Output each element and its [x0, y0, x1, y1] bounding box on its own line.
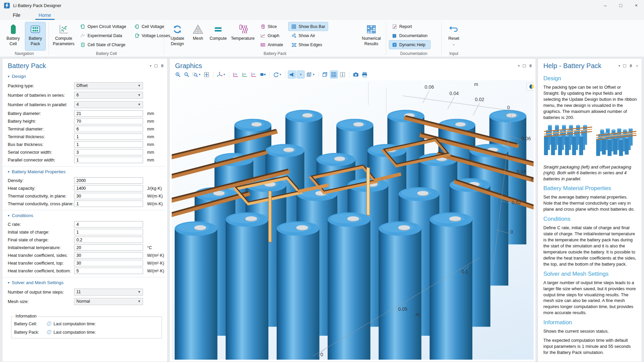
battery-pack-button[interactable]: Battery Pack: [25, 22, 46, 51]
zoom-extents-button[interactable]: [203, 70, 211, 79]
maximize-button[interactable]: □: [613, 0, 629, 11]
number-of-batteries-in-parallel-select[interactable]: 4▼: [74, 101, 143, 108]
menu-file[interactable]: File: [9, 11, 24, 20]
number-of-output-time-steps-select[interactable]: 11▼: [74, 289, 143, 296]
final-state-of-charge-input[interactable]: [74, 237, 143, 243]
thermal-conductivity-cross-plane-input[interactable]: [74, 201, 143, 207]
dynamic-help-button[interactable]: ? Dynamic Help: [389, 40, 431, 49]
mesh-button[interactable]: Mesh: [189, 22, 207, 51]
slice-button[interactable]: Slice: [257, 22, 286, 31]
chevron-down-icon[interactable]: ▾: [618, 64, 620, 68]
wireframe-box-button[interactable]: [321, 70, 329, 79]
thermal-conductivity-in-plane-input[interactable]: [74, 193, 143, 199]
heat-transfer-coefficient-sides-input[interactable]: [74, 252, 143, 259]
float-window-icon[interactable]: [155, 64, 158, 67]
section-heading-solver-and-mesh-settings[interactable]: ▾Solver and Mesh Settings: [8, 280, 165, 285]
battery-height-input[interactable]: [74, 118, 143, 124]
svg-text:0: 0: [507, 105, 510, 110]
open-circuit-voltage-icon: [80, 24, 86, 29]
compute-parameters-button[interactable]: Compute Parameters: [52, 22, 76, 51]
info-icon[interactable]: ⓘ: [46, 329, 51, 335]
temperature-button[interactable]: Temperature: [230, 22, 256, 51]
view-options-button[interactable]: ▼: [305, 70, 316, 79]
experimental-data-button[interactable]: Experimental Data: [77, 31, 129, 40]
view-yz-button[interactable]: yz: [241, 70, 249, 79]
chevron-down-icon: ▾: [8, 170, 9, 174]
terminal-thickness-input[interactable]: [74, 133, 143, 140]
open-circuit-voltage-button[interactable]: Open Circuit Voltage: [77, 22, 129, 31]
view-xz-button[interactable]: xz: [250, 70, 258, 79]
field-unit: W/(m²·K): [147, 261, 164, 266]
compute-button[interactable]: Compute: [208, 22, 228, 51]
animate-button[interactable]: Animate: [257, 40, 286, 49]
documentation-button[interactable]: Documentation: [389, 31, 431, 40]
rotate-button[interactable]: ▼: [272, 70, 283, 79]
field-row: Thermal conductivity, cross plane:W/(m·K…: [8, 201, 165, 207]
section-heading-battery-material-properties[interactable]: ▾Battery Material Properties: [8, 169, 165, 174]
scene-camera-button[interactable]: [259, 70, 267, 79]
show-air-button[interactable]: Show Air: [288, 31, 328, 40]
help-paragraph: The packing type can be set to Offset or…: [543, 84, 637, 121]
svg-text:m: m: [474, 82, 478, 87]
chevron-down-icon[interactable]: ▾: [149, 64, 151, 68]
cell-state-of-charge-icon: [80, 42, 86, 48]
info-icon[interactable]: ⓘ: [46, 321, 51, 327]
section-heading-conditions[interactable]: ▾Conditions: [8, 213, 165, 218]
menu-home[interactable]: Home: [35, 11, 55, 20]
help-heading-battery-material-properties: Battery Material Properties: [543, 185, 637, 192]
show-bus-bar-icon: [291, 24, 297, 29]
graph-button[interactable]: Graph: [257, 31, 286, 40]
battery-cell-button[interactable]: Battery Cell: [3, 22, 24, 51]
heat-capacity-input[interactable]: [74, 185, 143, 191]
comsol-logo-button[interactable]: [527, 83, 534, 90]
parallel-connector-width-input[interactable]: [74, 157, 143, 163]
serial-connector-width-input[interactable]: [74, 149, 143, 155]
report-button[interactable]: Report: [389, 22, 431, 31]
grid-button[interactable]: [330, 70, 338, 79]
minimize-button[interactable]: –: [598, 0, 613, 11]
scene-light-menu-button[interactable]: ▼: [297, 70, 305, 79]
bus-bar-thickness-input[interactable]: [74, 141, 143, 148]
pin-icon[interactable]: [161, 64, 164, 68]
initial-state-of-charge-input[interactable]: [74, 229, 143, 235]
zoom-in-button[interactable]: [174, 70, 182, 79]
heat-transfer-coefficient-top-input[interactable]: [74, 260, 143, 266]
orientation-axes-button[interactable]: ▼: [216, 70, 227, 79]
field-unit: mm: [147, 134, 154, 139]
graphics-canvas[interactable]: 0.06 0.04 0.02 0 m 0.06 0.04 0.02 0 m 0.…: [172, 80, 534, 360]
cell-state-of-charge-button[interactable]: Cell State of Charge: [77, 40, 129, 49]
zoom-out-button[interactable]: [182, 70, 191, 79]
print-button[interactable]: [361, 70, 369, 79]
view-xy-button[interactable]: xy: [232, 70, 240, 79]
field-row: Number of batteries in series:6▼: [8, 91, 165, 99]
show-bus-bar-button[interactable]: Show Bus Bar: [288, 22, 328, 31]
float-window-icon[interactable]: [623, 64, 626, 67]
density-input[interactable]: [74, 177, 143, 184]
field-label: Bus bar thickness:: [8, 142, 74, 147]
show-edges-button[interactable]: Show Edges: [288, 40, 328, 49]
reset-button[interactable]: Reset ⌄: [444, 22, 463, 51]
terminal-diameter-input[interactable]: [74, 126, 143, 132]
section-heading-design[interactable]: ▾Design: [8, 74, 165, 79]
axis-orientation-button[interactable]: [339, 70, 347, 79]
pin-icon[interactable]: [629, 64, 633, 68]
chevron-down-icon[interactable]: ▾: [518, 64, 520, 68]
number-of-batteries-in-series-select[interactable]: 6▼: [74, 92, 143, 99]
mesh-size-select[interactable]: Normal▼: [74, 298, 143, 305]
heat-transfer-coefficient-bottom-input[interactable]: [74, 268, 143, 274]
snapshot-camera-button[interactable]: [352, 70, 360, 79]
c-rate-input[interactable]: [74, 221, 143, 228]
field-label: Battery diameter:: [8, 111, 74, 116]
scene-light-button[interactable]: [288, 70, 296, 79]
float-window-icon[interactable]: [523, 64, 526, 67]
packing-type-select[interactable]: Offset▼: [74, 82, 143, 89]
section-heading-label: Design: [12, 74, 26, 79]
battery-diameter-input[interactable]: [74, 110, 143, 117]
zoom-box-button[interactable]: ▼: [191, 70, 202, 79]
initial-external-temperature-input[interactable]: [74, 244, 143, 251]
numerical-results-button[interactable]: Numerical Results: [360, 22, 383, 51]
pin-icon[interactable]: [529, 64, 532, 68]
close-icon[interactable]: ×: [636, 64, 638, 68]
close-button[interactable]: ×: [629, 0, 644, 11]
update-design-button[interactable]: Update Design: [167, 22, 188, 51]
